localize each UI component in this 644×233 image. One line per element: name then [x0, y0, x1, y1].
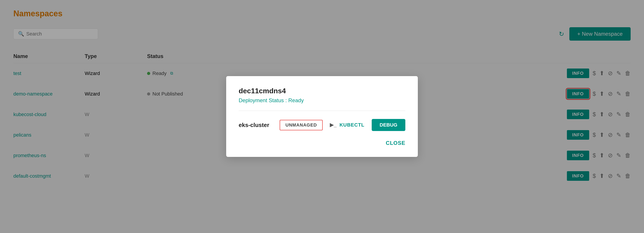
modal-footer: CLOSE — [239, 140, 405, 146]
debug-button[interactable]: DEBUG — [372, 119, 405, 131]
modal-dialog: dec11cmdns4 Deployment Status : Ready ek… — [226, 76, 418, 157]
modal-subtitle-label: Deployment Status : — [239, 97, 288, 103]
modal-title: dec11cmdns4 — [239, 87, 405, 95]
modal-overlay: dec11cmdns4 Deployment Status : Ready ek… — [0, 0, 644, 233]
modal-subtitle: Deployment Status : Ready — [239, 97, 405, 104]
modal-divider — [239, 111, 405, 111]
modal-cluster-row: eks-cluster UNMANAGED ▶_ KUBECTL DEBUG — [239, 119, 405, 131]
kubectl-button[interactable]: ▶_ KUBECTL — [330, 122, 364, 128]
unmanaged-button[interactable]: UNMANAGED — [280, 120, 323, 130]
kubectl-label: KUBECTL — [340, 122, 364, 128]
cluster-name: eks-cluster — [239, 122, 272, 129]
modal-subtitle-value: Ready — [288, 97, 304, 103]
close-button[interactable]: CLOSE — [386, 140, 405, 146]
terminal-icon: ▶_ — [330, 122, 337, 128]
